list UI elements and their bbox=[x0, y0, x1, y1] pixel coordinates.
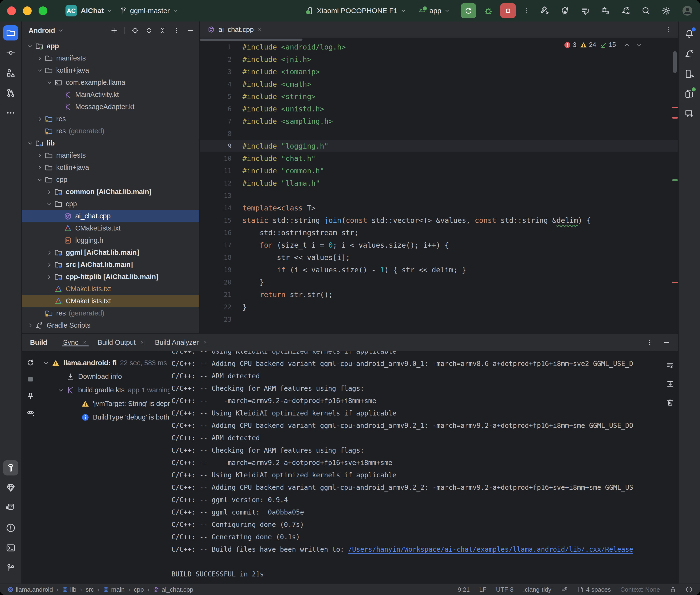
avatar[interactable] bbox=[682, 5, 693, 16]
vertical-scrollbar[interactable] bbox=[673, 51, 677, 73]
close-icon[interactable] bbox=[82, 340, 87, 345]
more-run-options-button[interactable] bbox=[523, 7, 530, 14]
passed-count[interactable]: 15 bbox=[600, 41, 616, 49]
gradle-sync-button[interactable] bbox=[621, 6, 630, 15]
close-window-button[interactable] bbox=[7, 6, 16, 15]
build-options-button[interactable] bbox=[646, 339, 653, 346]
next-problem-button[interactable] bbox=[636, 42, 642, 48]
horizontal-scrollbar[interactable] bbox=[200, 38, 303, 41]
pin-button[interactable] bbox=[26, 392, 34, 400]
build-tab-sync[interactable]: Sync bbox=[58, 339, 92, 346]
tool-window-button-logcat[interactable] bbox=[3, 500, 18, 515]
tree-item-res[interactable]: res(generated) bbox=[22, 307, 199, 319]
soft-wrap-button[interactable] bbox=[666, 362, 674, 370]
tool-window-button-version-control[interactable] bbox=[3, 560, 18, 575]
minimize-window-button[interactable] bbox=[23, 6, 32, 15]
breadcrumb-main[interactable]: main bbox=[103, 586, 124, 593]
tool-window-button-gradle[interactable] bbox=[682, 46, 697, 61]
breadcrumb-llama.android[interactable]: llama.android bbox=[8, 586, 53, 593]
sync-tree-item[interactable]: 'jvmTarget: String' is deprec bbox=[39, 397, 170, 410]
tree-item-kotlin+java[interactable]: kotlin+java bbox=[22, 64, 199, 77]
tool-window-button-commit[interactable] bbox=[3, 45, 18, 60]
lock-open-icon[interactable] bbox=[670, 586, 676, 593]
tree-item-ggml-aichat.lib.main-[interactable]: ggml [AiChat.lib.main] bbox=[22, 247, 199, 259]
device-selector[interactable]: Xiaomi POCOPHONE F1 bbox=[303, 4, 410, 18]
status-formatter[interactable] bbox=[561, 586, 567, 593]
chevron-down-icon[interactable] bbox=[636, 42, 642, 48]
tool-window-button-gemini[interactable] bbox=[3, 480, 18, 495]
tool-window-button-build[interactable] bbox=[3, 460, 18, 476]
breadcrumb-lib[interactable]: lib bbox=[62, 586, 77, 593]
run-configuration-selector[interactable]: app bbox=[417, 4, 453, 18]
warnings-count[interactable]: 24 bbox=[580, 41, 596, 49]
change-stripe-mark[interactable] bbox=[672, 179, 678, 181]
status-utf-8[interactable]: UTF-8 bbox=[496, 586, 514, 593]
build-output-path-link[interactable]: /Users/hanyin/Workspace/ai-chat/examples… bbox=[348, 545, 633, 553]
status-indent-options[interactable]: 4 spaces bbox=[577, 586, 611, 593]
status-context:-none[interactable]: Context: None bbox=[620, 586, 660, 593]
tool-window-button-notifications[interactable] bbox=[682, 26, 697, 41]
vcs-branch-widget[interactable]: ggml-master bbox=[116, 4, 182, 18]
chevron-up-icon[interactable] bbox=[624, 42, 630, 48]
tool-window-button-structure[interactable] bbox=[3, 65, 18, 81]
hide-button[interactable] bbox=[187, 27, 194, 34]
sync-tree-item[interactable]: Download info bbox=[39, 370, 170, 383]
add-button[interactable] bbox=[111, 27, 118, 34]
breadcrumb-cpp[interactable]: cpp bbox=[134, 586, 144, 593]
scroll-to-end-button[interactable] bbox=[666, 380, 674, 388]
tree-item-app[interactable]: app bbox=[22, 40, 199, 52]
tree-item-gradle-scripts[interactable]: Gradle Scripts bbox=[22, 319, 199, 332]
tree-item-kotlin+java[interactable]: kotlin+java bbox=[22, 162, 199, 174]
locate-button[interactable] bbox=[132, 27, 139, 34]
inspections-widget-icon[interactable] bbox=[686, 586, 692, 593]
tree-item-manifests[interactable]: manifests bbox=[22, 52, 199, 64]
stop-button[interactable] bbox=[500, 3, 516, 18]
breadcrumb-src[interactable]: src bbox=[85, 586, 94, 593]
tree-item-manifests[interactable]: manifests bbox=[22, 149, 199, 162]
error-stripe-mark[interactable] bbox=[672, 282, 678, 283]
tool-window-button-more-tools[interactable] bbox=[3, 105, 18, 120]
status-lock-open[interactable] bbox=[670, 586, 676, 593]
code-editor[interactable]: 1#include <android/log.h>2#include <jni.… bbox=[200, 38, 678, 333]
tool-window-button-project[interactable] bbox=[3, 25, 18, 40]
stop-square-button[interactable] bbox=[26, 375, 34, 383]
project-widget[interactable]: AiChat bbox=[77, 4, 116, 18]
rerun-button[interactable] bbox=[460, 3, 476, 18]
editor-tab-ai_chat.cpp[interactable]: ai_chat.cpp bbox=[206, 22, 264, 38]
clear-all-button[interactable] bbox=[666, 399, 674, 407]
sync-tree-item[interactable]: build.gradle.ktsapp 1 warning bbox=[39, 383, 170, 397]
tree-item-cmakelists.txt[interactable]: CMakeLists.txt bbox=[22, 222, 199, 234]
error-stripe-mark[interactable] bbox=[672, 107, 678, 108]
project-view-mode-selector[interactable]: Android bbox=[29, 27, 64, 34]
tool-window-button-pull-requests[interactable] bbox=[3, 85, 18, 101]
tree-item-common-aichat.lib.main-[interactable]: common [AiChat.lib.main] bbox=[22, 186, 199, 198]
tree-item-logging.h[interactable]: logging.h bbox=[22, 234, 199, 247]
tree-item-com.example.llama[interactable]: com.example.llama bbox=[22, 77, 199, 89]
sync-tree-item[interactable]: llama.android: fi22 sec, 583 ms bbox=[39, 356, 170, 370]
attach-debugger-button[interactable] bbox=[601, 6, 610, 15]
tool-window-button-problems[interactable] bbox=[3, 520, 18, 536]
previous-problem-button[interactable] bbox=[624, 42, 630, 48]
tree-item-cpp-httplib-aichat.lib.main-[interactable]: cpp-httplib [AiChat.lib.main] bbox=[22, 271, 199, 283]
sync-restart-button[interactable] bbox=[560, 6, 569, 15]
error-stripe-mark[interactable] bbox=[672, 117, 678, 119]
search-button[interactable] bbox=[641, 6, 650, 15]
tree-item-cmakelists.txt[interactable]: CMakeLists.txt bbox=[22, 295, 199, 307]
status-lf[interactable]: LF bbox=[479, 586, 486, 593]
debug-button[interactable] bbox=[483, 6, 493, 16]
inspections-widget[interactable]: 32415 bbox=[564, 41, 642, 49]
formatter-icon[interactable] bbox=[561, 586, 567, 593]
tree-item-lib[interactable]: lib bbox=[22, 137, 199, 149]
status-inspections-widget[interactable] bbox=[686, 586, 692, 593]
status-9:21[interactable]: 9:21 bbox=[458, 586, 470, 593]
build-tab-build-output[interactable]: Build Output bbox=[92, 339, 150, 346]
build-project-button[interactable] bbox=[540, 6, 549, 15]
preview-button[interactable] bbox=[26, 408, 34, 417]
tree-item-src-aichat.lib.main-[interactable]: src [AiChat.lib.main] bbox=[22, 259, 199, 271]
collapse-all-button[interactable] bbox=[159, 27, 166, 34]
sync-console[interactable]: C/C++: -- Using KleidiAI optimized kerne… bbox=[170, 351, 678, 584]
indent-options-icon[interactable] bbox=[577, 586, 584, 593]
sync-rerun-button[interactable] bbox=[26, 359, 34, 367]
settings-button[interactable] bbox=[662, 6, 671, 15]
tool-window-button-gemini-chat[interactable] bbox=[682, 106, 697, 121]
